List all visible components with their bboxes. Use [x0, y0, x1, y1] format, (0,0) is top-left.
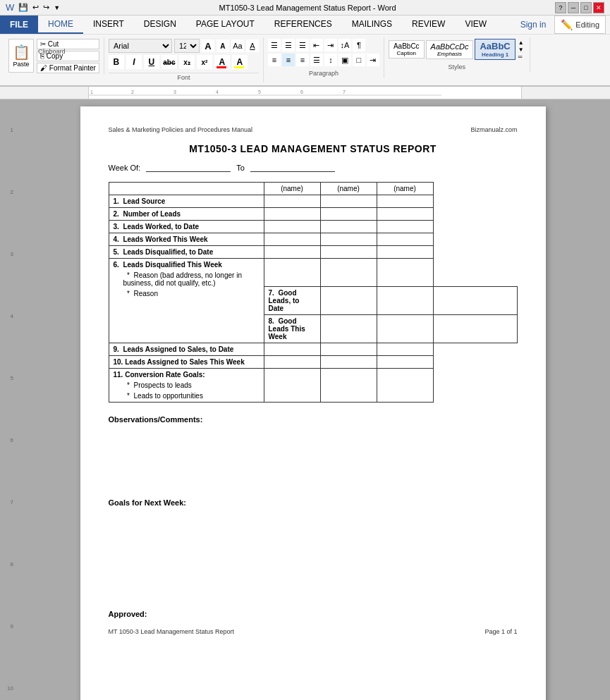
- row-data-9-1[interactable]: [264, 343, 320, 356]
- row-data-10-2[interactable]: [320, 356, 377, 369]
- sort-button[interactable]: ↕A: [338, 39, 351, 51]
- goals-content[interactable]: [109, 511, 518, 553]
- margin-2: 2: [0, 190, 16, 195]
- row-data-8-2[interactable]: [377, 315, 433, 343]
- tab-design[interactable]: DESIGN: [134, 16, 186, 34]
- line-spacing-button[interactable]: ↕: [324, 54, 337, 66]
- multilevel-list-button[interactable]: ☰: [296, 39, 309, 51]
- tab-mailings[interactable]: MAILINGS: [342, 16, 402, 34]
- row-data-2-1[interactable]: [264, 208, 320, 221]
- row-data-8-1[interactable]: [320, 315, 377, 343]
- show-hide-button[interactable]: ¶: [353, 39, 365, 51]
- row-data-1-1[interactable]: [264, 195, 320, 208]
- font-size-select[interactable]: 12: [174, 39, 200, 53]
- row-data-6-3[interactable]: [377, 259, 433, 287]
- row-data-11-1[interactable]: [264, 369, 320, 403]
- row-data-7-2[interactable]: [377, 287, 433, 315]
- styles-gallery-more[interactable]: ▲▼═: [517, 39, 525, 60]
- help-btn[interactable]: ?: [555, 2, 566, 13]
- superscript-button[interactable]: x²: [197, 55, 212, 69]
- shading-button[interactable]: ▣: [338, 54, 351, 66]
- font-name-select[interactable]: Arial: [109, 39, 172, 53]
- row-data-3-2[interactable]: [320, 221, 377, 233]
- quick-save-icon[interactable]: 💾: [18, 3, 28, 12]
- quick-access-more[interactable]: ▼: [54, 4, 60, 11]
- tab-references[interactable]: REFERENCES: [264, 16, 342, 34]
- row-data-2-2[interactable]: [320, 208, 377, 221]
- underline-button[interactable]: U: [144, 55, 159, 69]
- row-data-9-2[interactable]: [320, 343, 377, 356]
- italic-button[interactable]: I: [126, 55, 142, 69]
- editing-mode-badge: ✏️ Editing: [554, 16, 606, 34]
- row-data-3-1[interactable]: [264, 221, 320, 233]
- row-data-10-1[interactable]: [264, 356, 320, 369]
- font-grow-button[interactable]: A: [202, 39, 214, 52]
- row-data-5-2[interactable]: [320, 246, 377, 259]
- font-group-label: Font: [109, 73, 259, 81]
- quick-redo-icon[interactable]: ↪: [43, 3, 49, 12]
- minimize-btn[interactable]: ─: [568, 2, 579, 13]
- ribbon-tab-row: FILE HOME INSERT DESIGN PAGE LAYOUT REFE…: [0, 16, 610, 34]
- table-row: 5. Leads Disqualified, to Date: [109, 246, 517, 259]
- border-button[interactable]: □: [353, 54, 365, 66]
- tab-insert[interactable]: INSERT: [83, 16, 134, 34]
- row-data-7-1[interactable]: [320, 287, 377, 315]
- align-center-button[interactable]: ≡: [282, 54, 295, 66]
- font-shrink-button[interactable]: A: [216, 39, 229, 52]
- title-bar: W 💾 ↩ ↪ ▼ MT1050-3 Lead Management Statu…: [0, 0, 610, 16]
- format-painter-button[interactable]: 🖌 Format Painter: [37, 63, 99, 73]
- numbered-list-button[interactable]: ☰: [282, 39, 295, 51]
- ribbon: FILE HOME INSERT DESIGN PAGE LAYOUT REFE…: [0, 16, 610, 87]
- paste-button[interactable]: 📋 Paste: [8, 39, 34, 73]
- close-btn[interactable]: ✕: [593, 2, 604, 13]
- row-data-7-3[interactable]: [433, 287, 517, 315]
- svg-text:1: 1: [90, 90, 93, 94]
- clear-formatting-button[interactable]: A: [246, 39, 259, 52]
- quick-undo-icon[interactable]: ↩: [32, 3, 39, 12]
- style-caption[interactable]: AaBbCc Caption: [389, 40, 425, 59]
- row-data-2-3[interactable]: [377, 208, 433, 221]
- highlight-button[interactable]: A: [232, 55, 248, 69]
- tab-view[interactable]: VIEW: [455, 16, 496, 34]
- row-data-5-1[interactable]: [264, 246, 320, 259]
- row-data-1-3[interactable]: [377, 195, 433, 208]
- row-data-11-3[interactable]: [377, 369, 433, 403]
- document-scroll-area[interactable]: Sales & Marketing Policies and Procedure…: [16, 99, 610, 700]
- maximize-btn[interactable]: □: [580, 2, 592, 13]
- indent-decrease-button[interactable]: ⇤: [310, 39, 323, 51]
- styles-group: AaBbCc Caption AaBbCcDc Emphasis AaBbC H…: [384, 37, 530, 72]
- bullet-list-button[interactable]: ☰: [268, 39, 281, 51]
- row-label-6: 6. Leads Disqualified This Week * Reason…: [109, 259, 264, 343]
- row-data-6-1[interactable]: [264, 259, 320, 287]
- tab-page-layout[interactable]: PAGE LAYOUT: [186, 16, 264, 34]
- row-data-9-3[interactable]: [377, 343, 433, 356]
- indent-increase-button[interactable]: ⇥: [324, 39, 337, 51]
- sign-in-link[interactable]: Sign in: [512, 16, 555, 34]
- row-data-4-2[interactable]: [320, 233, 377, 246]
- strikethrough-button[interactable]: abc: [161, 55, 177, 69]
- justify-button[interactable]: ☰: [310, 54, 323, 66]
- font-color-button[interactable]: A: [214, 55, 230, 69]
- row-data-4-3[interactable]: [377, 233, 433, 246]
- row-data-4-1[interactable]: [264, 233, 320, 246]
- row-data-5-3[interactable]: [377, 246, 433, 259]
- style-heading1[interactable]: AaBbC Heading 1: [475, 39, 515, 60]
- style-emphasis[interactable]: AaBbCcDc Emphasis: [426, 40, 474, 59]
- tab-home[interactable]: HOME: [38, 16, 83, 34]
- file-tab[interactable]: FILE: [0, 16, 38, 34]
- observations-content[interactable]: [109, 428, 518, 470]
- subscript-button[interactable]: x₂: [179, 55, 195, 69]
- indent-icon[interactable]: ⇥: [367, 54, 379, 66]
- tab-review[interactable]: REVIEW: [402, 16, 455, 34]
- row-data-10-3[interactable]: [377, 356, 433, 369]
- align-left-button[interactable]: ≡: [268, 54, 281, 66]
- row-data-6-2[interactable]: [320, 259, 377, 287]
- row-data-11-2[interactable]: [320, 369, 377, 403]
- row-data-1-2[interactable]: [320, 195, 377, 208]
- align-right-button[interactable]: ≡: [296, 54, 309, 66]
- font-case-button[interactable]: Aa: [231, 39, 244, 52]
- row-data-8-3[interactable]: [433, 315, 517, 343]
- bold-button[interactable]: B: [109, 55, 124, 69]
- row-data-3-3[interactable]: [377, 221, 433, 233]
- row-label-7: 7. Good Leads, to Date: [264, 287, 320, 315]
